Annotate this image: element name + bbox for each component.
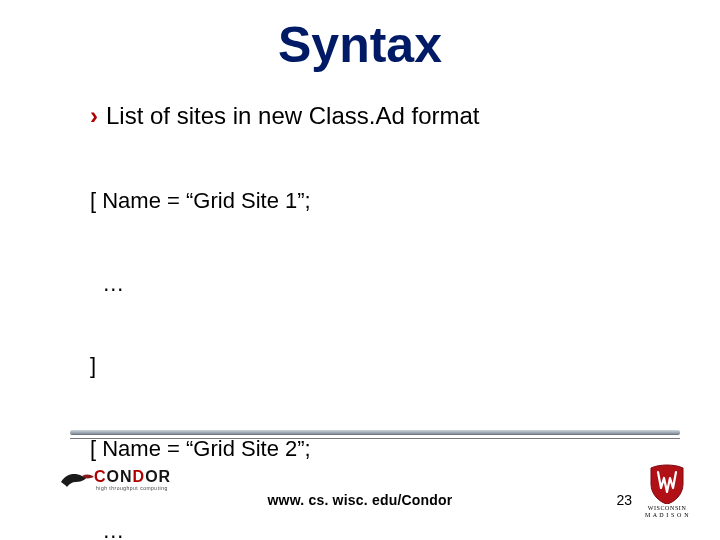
footer-url: www. cs. wisc. edu/Condor <box>0 492 720 508</box>
divider <box>70 430 680 439</box>
bullet-marker: › <box>90 102 98 129</box>
bullet-text: List of sites in new Class.Ad format <box>106 102 479 129</box>
crest-shield-icon <box>649 464 685 504</box>
slide-body: ›List of sites in new Class.Ad format [ … <box>90 102 680 540</box>
condor-wordmark: CONDOR <box>94 468 171 486</box>
code-line: … <box>90 270 680 298</box>
code-line: … <box>90 517 680 540</box>
condor-bird-icon <box>60 468 96 490</box>
slide-title: Syntax <box>0 16 720 74</box>
page-number: 23 <box>616 492 632 508</box>
wisconsin-crest: WISCONSIN M A D I S O N <box>644 464 690 520</box>
code-line: ] <box>90 352 680 380</box>
condor-tagline: high throughput computing <box>96 485 168 491</box>
slide: Syntax ›List of sites in new Class.Ad fo… <box>0 0 720 540</box>
crest-label-1: WISCONSIN <box>644 505 690 511</box>
code-line: [ Name = “Grid Site 1”; <box>90 187 680 215</box>
crest-label-2: M A D I S O N <box>644 512 690 518</box>
code-block: [ Name = “Grid Site 1”; … ] [ Name = “Gr… <box>90 132 680 540</box>
bullet-line: ›List of sites in new Class.Ad format <box>90 102 680 130</box>
